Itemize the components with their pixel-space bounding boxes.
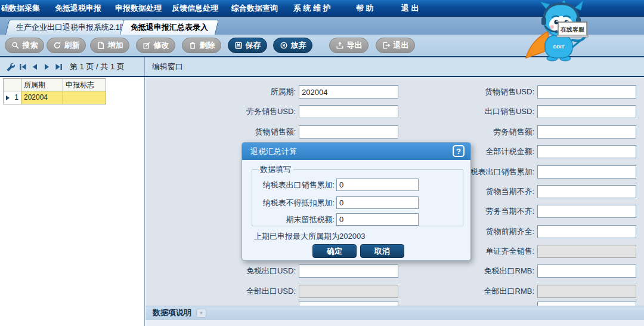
grid-header-flag[interactable]: 申报标志 — [63, 79, 106, 91]
add-button[interactable]: 增加 — [90, 38, 129, 53]
taxreturn-export-accum-input[interactable] — [537, 165, 636, 179]
pager: 第 1 页 / 共 1 页 — [0, 57, 145, 76]
dlg-taxreturn-nondeductible-accum-input[interactable] — [336, 196, 419, 209]
record-grid: 所属期 申报标志 1 202004 — [3, 78, 106, 104]
cell-period[interactable]: 202004 — [21, 91, 63, 104]
grid-header-row: 所属期 申报标志 — [4, 79, 106, 91]
grid-header-period[interactable]: 所属期 — [21, 79, 63, 91]
export-sales-usd-label: 出口销售USD: — [379, 105, 534, 118]
row-number: 1 — [14, 91, 18, 104]
last-page-icon[interactable] — [54, 63, 63, 71]
add-icon — [97, 41, 105, 50]
period-label: 所属期: — [165, 85, 296, 99]
menu-item-query[interactable]: 综合数据查询 — [231, 0, 278, 17]
dlg-period-end-credit-input[interactable] — [336, 213, 419, 226]
grid-gutter-header — [4, 79, 21, 91]
dlg-taxreturn-nondeductible-accum-label: 纳税表不得抵扣累加: — [254, 196, 335, 209]
table-row[interactable]: 1 202004 — [4, 91, 106, 104]
prev-page-icon[interactable] — [30, 63, 39, 71]
search-button[interactable]: 搜索 — [5, 38, 44, 53]
mascot-badge: DDIT — [553, 44, 565, 50]
dialog-note: 上期已申报最大所属期为202003 — [254, 231, 365, 242]
tab-summary-entry[interactable]: 免抵退申报汇总表录入 — [120, 20, 219, 35]
taxfree-export-usd-label: 免税出口USD: — [165, 265, 296, 278]
mascot: DDIT 在线客服 — [510, 1, 606, 61]
dlg-taxreturn-export-accum-input[interactable] — [336, 179, 419, 191]
dlg-period-end-credit-label: 期末留抵税额: — [254, 213, 335, 226]
chevron-down-icon[interactable]: ▼ — [196, 309, 206, 318]
menu-item-help[interactable]: 帮 助 — [356, 0, 374, 17]
page-indicator: 第 1 页 / 共 1 页 — [70, 61, 125, 72]
dialog-title: 退税汇总计算 — [242, 143, 470, 160]
data-item-description-bar: 数据项说明 ▼ — [145, 306, 644, 319]
app-window: 础数据采集 免抵退税申报 申报数据处理 反馈信息处理 综合数据查询 系 统 维 … — [0, 0, 644, 326]
row-marker-icon — [6, 96, 10, 100]
taxfree-export-rmb-input[interactable] — [537, 265, 636, 278]
next-page-icon[interactable] — [42, 63, 51, 71]
menu-item-declare-process[interactable]: 申报数据处理 — [115, 0, 162, 17]
export-button[interactable]: 导出 — [329, 38, 369, 53]
labor-sales-amount-input[interactable] — [537, 125, 636, 139]
save-button[interactable]: 保存 — [228, 38, 267, 53]
export-icon — [336, 41, 344, 50]
search-icon — [11, 41, 20, 50]
total-export-rmb-input — [537, 285, 636, 298]
cell-flag[interactable] — [63, 91, 106, 104]
labor-current-incomplete-input[interactable] — [537, 205, 636, 218]
record-list-panel: 所属期 申报标志 1 202004 — [0, 77, 145, 326]
ok-button[interactable]: 确定 — [312, 244, 357, 258]
taxfree-export-rmb-label: 免税出口RMB: — [379, 265, 534, 278]
labor-sales-amount-label: 劳务销售额: — [379, 125, 534, 139]
online-service-sign-label: 在线客服 — [560, 26, 585, 33]
tab-system-home[interactable]: 生产企业出口退税申报系统2.1版 — [5, 20, 138, 35]
total-export-rmb-label: 全部出口RMB: — [379, 285, 534, 298]
goods-sales-amount-label: 货物销售额: — [165, 125, 296, 139]
goods-sales-usd-input[interactable] — [537, 85, 636, 99]
abandon-button[interactable]: 放弃 — [273, 38, 312, 53]
delete-button[interactable]: 删除 — [182, 38, 221, 53]
menu-item-maintenance[interactable]: 系 统 维 护 — [293, 0, 331, 17]
menu-item-feedback[interactable]: 反馈信息处理 — [172, 0, 218, 17]
menu-item-exempt-refund[interactable]: 免抵退税申报 — [55, 0, 101, 17]
cancel-button[interactable]: 取消 — [360, 244, 404, 258]
help-icon[interactable]: ? — [453, 145, 465, 157]
clipped-input-left — [299, 302, 398, 306]
delete-icon — [188, 41, 197, 50]
edit-window-title: 编辑窗口 — [152, 57, 183, 76]
goods-prior-complete-input[interactable] — [537, 225, 636, 238]
data-item-description-label: 数据项说明 — [153, 307, 191, 318]
edit-icon — [143, 41, 151, 50]
docs-complete-sales-input — [537, 245, 636, 258]
menu-item-basic-data[interactable]: 础数据采集 — [1, 0, 40, 17]
goods-sales-usd-label: 货物销售USD: — [379, 85, 534, 99]
clipped-input-right — [537, 302, 636, 306]
dlg-taxreturn-export-accum-label: 纳税表出口销售累加: — [254, 179, 335, 191]
goods-current-incomplete-input[interactable] — [537, 185, 636, 198]
menu-item-exit[interactable]: 退 出 — [401, 0, 419, 17]
save-icon — [234, 41, 243, 50]
bottom-strip — [145, 319, 644, 326]
online-service-sign[interactable]: 在线客服 — [557, 22, 588, 37]
export-sales-usd-input[interactable] — [537, 105, 636, 118]
first-page-icon[interactable] — [18, 63, 27, 71]
dialog-group-title: 数据填写 — [258, 164, 293, 175]
modify-button[interactable]: 修改 — [136, 38, 175, 53]
abandon-icon — [280, 41, 288, 50]
refresh-icon — [53, 41, 61, 50]
exit-button[interactable]: 退出 — [376, 38, 415, 53]
labor-sales-usd-label: 劳务销售USD: — [165, 105, 296, 118]
refresh-button[interactable]: 刷新 — [47, 38, 86, 53]
exit-icon — [382, 41, 391, 50]
total-taxable-amount-input[interactable] — [537, 145, 636, 158]
refund-summary-dialog: 退税汇总计算 ? 数据填写 纳税表出口销售累加: 纳税表不得抵扣累加: 期末留抵… — [242, 142, 471, 261]
total-export-usd-label: 全部出口USD: — [165, 285, 296, 298]
wrench-icon[interactable] — [5, 61, 16, 72]
